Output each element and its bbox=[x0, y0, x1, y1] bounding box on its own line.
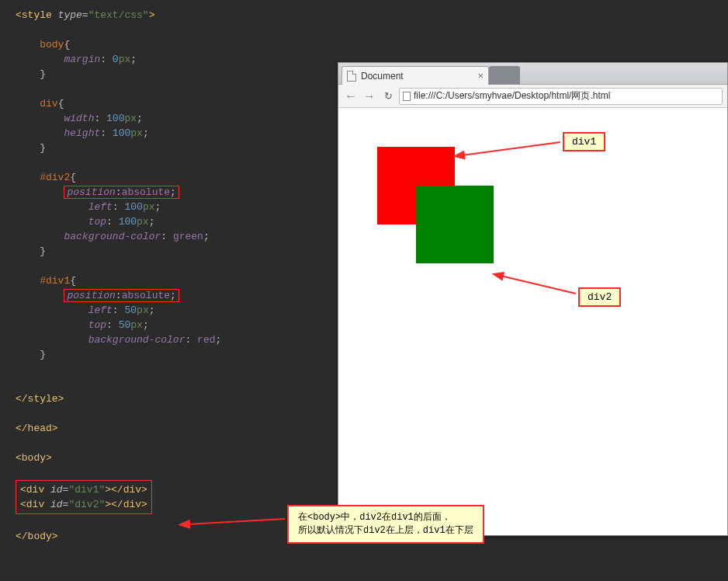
reload-button[interactable]: ↻ bbox=[380, 90, 396, 102]
highlight-body-divs: <div id="div1"></div> <div id="div2"></d… bbox=[16, 480, 152, 514]
url-bar[interactable]: file:///C:/Users/smyhvae/Desktop/html/网页… bbox=[399, 88, 723, 105]
highlight-position-div1: position:absolute; bbox=[64, 289, 179, 302]
browser-tab[interactable]: Document × bbox=[341, 66, 489, 85]
browser-toolbar: ← → ↻ file:///C:/Users/smyhvae/Desktop/h… bbox=[338, 85, 727, 108]
url-text: file:///C:/Users/smyhvae/Desktop/html/网页… bbox=[414, 89, 610, 103]
callout-explanation: 在<body>中，div2在div1的后面， 所以默认情况下div2在上层，di… bbox=[287, 505, 484, 544]
label-div1: div1 bbox=[563, 132, 605, 151]
green-square-div2 bbox=[416, 186, 494, 263]
page-icon bbox=[347, 71, 356, 82]
tab-title: Document bbox=[361, 71, 477, 82]
browser-content bbox=[338, 108, 727, 535]
forward-button[interactable]: → bbox=[362, 89, 377, 103]
back-button[interactable]: ← bbox=[343, 89, 359, 103]
close-icon[interactable]: × bbox=[477, 70, 484, 82]
new-tab-area[interactable] bbox=[489, 66, 520, 85]
page-icon bbox=[403, 92, 411, 101]
label-div2: div2 bbox=[578, 287, 621, 307]
browser-window: Document × ← → ↻ file:///C:/Users/smyhva… bbox=[338, 62, 728, 536]
highlight-position-div2: position:absolute; bbox=[64, 186, 179, 199]
browser-tabbar: Document × bbox=[338, 63, 727, 85]
